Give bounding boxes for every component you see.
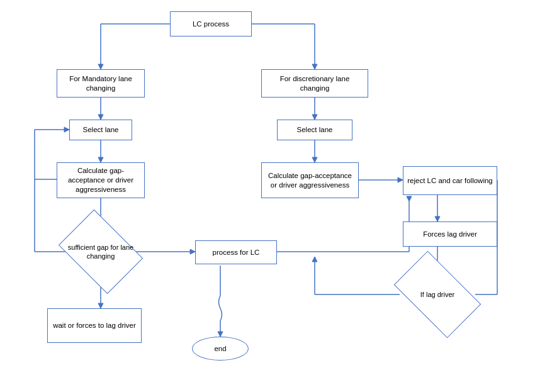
svg-marker-25 — [190, 249, 195, 254]
forces-lag-box: Forces lag driver — [403, 221, 497, 247]
calc-gap-right-box: Calculate gap-acceptance or driver aggre… — [261, 162, 359, 198]
lc-process-box: LC process — [170, 11, 252, 36]
svg-marker-17 — [398, 177, 403, 182]
svg-marker-15 — [312, 157, 317, 162]
process-lc-box: process for LC — [195, 240, 277, 264]
svg-marker-27 — [98, 303, 103, 308]
svg-marker-13 — [312, 115, 317, 120]
end-oval: end — [192, 337, 249, 361]
discretionary-box: For discretionary lane changing — [261, 69, 368, 98]
svg-marker-40 — [312, 257, 317, 262]
flowchart-diagram: LC process For Mandatory lane changing F… — [0, 0, 535, 392]
svg-marker-30 — [407, 196, 412, 201]
sufficient-gap-diamond: sufficient gap for lane changing — [66, 227, 135, 277]
svg-marker-33 — [218, 332, 223, 337]
select-lane-left-box: Select lane — [69, 120, 132, 140]
svg-marker-5 — [312, 64, 317, 69]
svg-marker-7 — [98, 115, 103, 120]
if-lag-diamond: If lag driver — [400, 271, 475, 318]
wait-forces-box: wait or forces to lag driver — [47, 308, 142, 343]
svg-marker-21 — [64, 127, 69, 132]
mandatory-box: For Mandatory lane changing — [57, 69, 145, 98]
select-lane-right-box: Select lane — [277, 120, 352, 140]
reject-lc-box: reject LC and car following — [403, 166, 497, 195]
svg-marker-2 — [98, 64, 103, 69]
svg-marker-35 — [435, 216, 440, 221]
svg-marker-9 — [98, 157, 103, 162]
calc-gap-left-box: Calculate gap-acceptance or driver aggre… — [57, 162, 145, 198]
